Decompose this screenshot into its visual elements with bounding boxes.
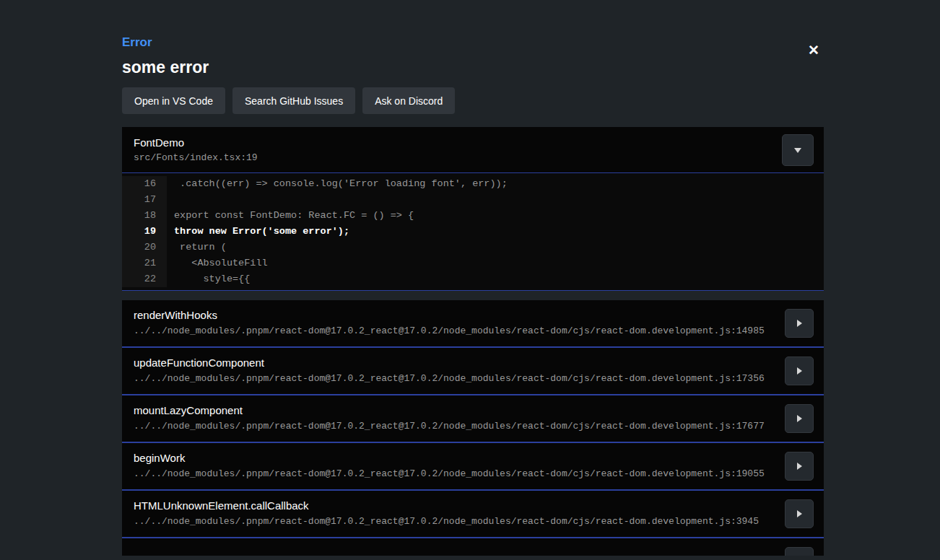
search-github-issues-button[interactable]: Search GitHub Issues (232, 87, 355, 114)
source-frame-location: src/Fonts/index.tsx:19 (134, 152, 812, 163)
close-icon: ✕ (808, 43, 819, 58)
triangle-right-icon (794, 366, 804, 376)
stack-frame-name: mountLazyComponent (134, 404, 812, 416)
stack-frame-row: HTMLUnknownElement.callCallback ../../no… (122, 491, 824, 538)
stack-frame-location: ../../node_modules/.pnpm/react-dom@17.0.… (134, 325, 812, 336)
source-frame-header: FontDemo src/Fonts/index.tsx:19 (122, 127, 824, 173)
code-snippet: 16 .catch((err) => console.log('Error lo… (122, 173, 824, 291)
stack-frame-row: beginWork ../../node_modules/.pnpm/react… (122, 443, 824, 491)
line-text (167, 192, 174, 208)
stack-frame-name: beginWork (134, 452, 812, 464)
open-in-vscode-button[interactable]: Open in VS Code (122, 87, 225, 114)
stack-frame-location: ../../node_modules/.pnpm/react-dom@17.0.… (134, 516, 812, 527)
stack-frame-row: mountLazyComponent ../../node_modules/.p… (122, 395, 824, 443)
chevron-down-icon (793, 145, 803, 155)
source-frame-name: FontDemo (134, 136, 812, 149)
source-frame-card: FontDemo src/Fonts/index.tsx:19 16 .catc… (122, 127, 824, 291)
stack-frame-location: ../../node_modules/.pnpm/react-dom@17.0.… (134, 373, 812, 384)
action-buttons-row: Open in VS Code Search GitHub Issues Ask… (122, 87, 824, 114)
line-number: 17 (122, 192, 167, 208)
line-number: 22 (122, 271, 167, 287)
line-number: 18 (122, 208, 167, 224)
expand-stack-frame-button[interactable] (785, 404, 814, 433)
expand-stack-frame-button[interactable] (785, 356, 814, 385)
stack-frame-row-partial (122, 538, 824, 556)
code-line: 22 style={{ (122, 271, 824, 287)
expand-stack-frame-button[interactable] (785, 499, 814, 528)
line-text: <AbsoluteFill (167, 255, 268, 271)
code-line: 16 .catch((err) => console.log('Error lo… (122, 176, 824, 192)
line-text: export const FontDemo: React.FC = () => … (167, 208, 414, 224)
error-message-title: some error (122, 58, 824, 77)
line-text: .catch((err) => console.log('Error loadi… (167, 176, 508, 192)
line-number: 20 (122, 240, 167, 255)
line-text: style={{ (167, 271, 250, 287)
triangle-right-icon (794, 414, 804, 424)
code-line-highlighted: 19 throw new Error('some error'); (122, 224, 824, 240)
stack-frames-list: renderWithHooks ../../node_modules/.pnpm… (122, 300, 824, 556)
stack-frame-name: HTMLUnknownElement.callCallback (134, 499, 812, 512)
stack-frame-location: ../../node_modules/.pnpm/react-dom@17.0.… (134, 468, 812, 479)
triangle-right-icon (794, 461, 804, 471)
triangle-right-icon (794, 509, 804, 519)
line-text: throw new Error('some error'); (167, 224, 349, 240)
code-line: 20 return ( (122, 240, 824, 255)
stack-frame-row: renderWithHooks ../../node_modules/.pnpm… (122, 300, 824, 348)
error-kicker: Error (122, 35, 824, 51)
stack-frame-name: updateFunctionComponent (134, 356, 812, 369)
expand-stack-frame-button[interactable] (785, 547, 814, 556)
line-text: return ( (167, 240, 227, 255)
close-button[interactable]: ✕ (808, 43, 819, 57)
line-number: 16 (122, 176, 167, 192)
stack-frame-row: updateFunctionComponent ../../node_modul… (122, 348, 824, 395)
error-overlay: ✕ Error some error Open in VS Code Searc… (122, 0, 824, 556)
code-line: 18 export const FontDemo: React.FC = () … (122, 208, 824, 224)
triangle-right-icon (794, 318, 804, 328)
ask-on-discord-button[interactable]: Ask on Discord (362, 87, 455, 114)
collapse-source-button[interactable] (782, 134, 814, 166)
line-number: 21 (122, 255, 167, 271)
expand-stack-frame-button[interactable] (785, 452, 814, 481)
expand-stack-frame-button[interactable] (785, 309, 814, 338)
stack-frame-location: ../../node_modules/.pnpm/react-dom@17.0.… (134, 421, 812, 432)
stack-frame-name: renderWithHooks (134, 309, 812, 321)
code-line: 17 (122, 192, 824, 208)
code-line: 21 <AbsoluteFill (122, 255, 824, 271)
line-number: 19 (122, 224, 167, 240)
